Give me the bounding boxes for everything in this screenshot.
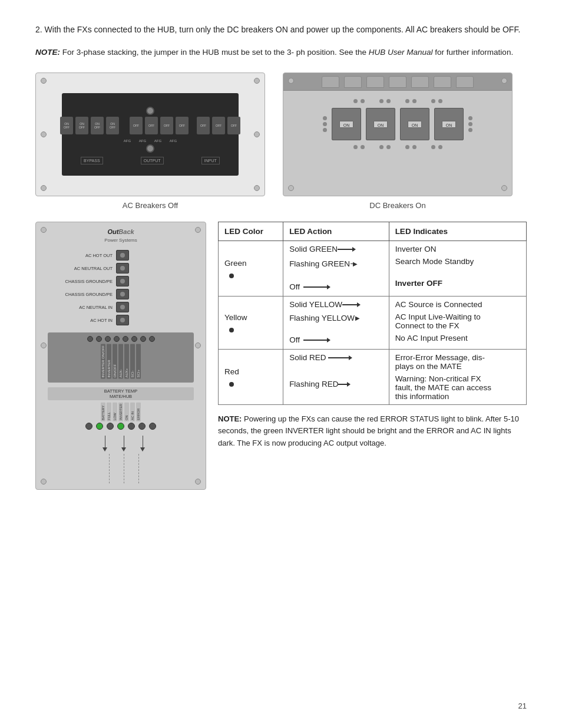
breaker-7: OFF: [160, 117, 173, 134]
arrow-head-3: [140, 447, 145, 452]
dc-dot-b5: [405, 145, 409, 149]
led-4: [114, 336, 120, 342]
dc-dots-bottom: [353, 145, 442, 149]
status-led-3: [107, 423, 114, 430]
green-indicates-1: Inverter ON: [395, 245, 520, 253]
dc-dot-4: [386, 99, 391, 103]
fx-terminal-2: AC NEUTRAL OUT: [54, 263, 188, 274]
green-action-label-2: Flashing GREEN: [289, 259, 350, 268]
breaker-6: OFF: [145, 117, 158, 134]
terminal-block-5: [116, 302, 129, 312]
dc-dot-b6: [412, 145, 416, 149]
green-arrow-2: ▶: [351, 261, 358, 267]
dc-breaker-unit-4: ON: [434, 108, 464, 140]
dc-dot-r1: [468, 116, 472, 120]
arrow-line-1: [105, 436, 105, 447]
green-action-label-3: Off: [289, 282, 300, 291]
screw-bl: [41, 185, 47, 191]
status-led-1: [85, 423, 92, 430]
dc-tab-7: [456, 76, 474, 88]
dc-switch-4: ON: [442, 121, 456, 128]
note-italic: HUB User Manual: [369, 48, 433, 57]
label-input: INPUT: [201, 157, 220, 164]
arrow-3: [140, 436, 145, 452]
green-action-2: Flashing GREEN ▶: [289, 259, 383, 268]
screw-tl: [41, 78, 47, 84]
dc-dot-l2: [323, 122, 327, 126]
vert-label-2: INVERTER: [107, 344, 111, 379]
breaker-2: ONOFF: [75, 117, 88, 134]
yellow-arrow-3: [303, 338, 330, 342]
red-color-content: Red: [224, 367, 277, 387]
col-header-indicates: LED Indicates: [389, 222, 526, 241]
dc-dot-b3: [379, 145, 384, 149]
yellow-action-3: Off: [289, 335, 383, 344]
fx-screw-bl: [41, 479, 47, 485]
terminal-dot-4: [120, 292, 125, 297]
led-table: LED Color LED Action LED Indicates Green: [218, 222, 527, 405]
dc-dot-3: [379, 99, 384, 103]
dc-dot-7: [431, 99, 435, 103]
fx-terminal-3: CHASSIS GROUND/PE: [54, 276, 188, 286]
breaker-9: OFF: [197, 117, 210, 134]
led-table-section: LED Color LED Action LED Indicates Green: [218, 222, 527, 449]
brand-back: Back: [118, 228, 134, 235]
yellow-indicates-1: AC Source is Connected: [395, 300, 520, 309]
indicates-cell-green: Inverter ON Search Mode Standby Inverter…: [389, 241, 526, 297]
knob-bottom: [146, 144, 154, 153]
yellow-color-content: Yellow: [224, 313, 277, 332]
dotted-line-2: [124, 454, 124, 483]
status-label-3: LOW: [113, 403, 117, 421]
yellow-actions: Solid YELLOW Flashing YELLOW ▶: [289, 300, 383, 345]
status-led-6: [138, 423, 146, 430]
terminal-dot-2: [120, 266, 125, 271]
dc-breaker-unit-1: ON: [332, 108, 361, 140]
color-label-green: Green: [224, 259, 247, 268]
terminal-block-3: [116, 276, 129, 286]
status-led-4: [117, 423, 124, 430]
red-action-1: Solid RED: [289, 353, 383, 362]
vert-label-5: AUX+: [124, 344, 129, 379]
dc-dots-top: [353, 99, 442, 103]
green-color-content: Green: [224, 259, 277, 278]
color-cell-red: Red: [219, 350, 283, 405]
terminal-dot-5: [120, 305, 125, 309]
color-label-red: Red: [224, 367, 239, 376]
col-header-action: LED Action: [283, 222, 389, 241]
action-cell-red: Solid RED Flashing RED: [283, 350, 389, 405]
dc-right-dots: [468, 116, 472, 132]
red-spacer: [289, 367, 383, 376]
dc-top-strip: [283, 73, 512, 91]
yellow-action-label-3: Off: [289, 335, 300, 344]
status-label-1: BATTERY: [101, 403, 105, 421]
arrow-head-1: [103, 447, 107, 452]
red-indicates: Error-Error Message, dis-plays on the MA…: [395, 353, 520, 401]
terminal-dot-6: [120, 318, 125, 322]
fx-terminals: AC HOT OUT AC NEUTRAL OUT CHASSIS GROUND…: [36, 248, 206, 328]
yellow-indicates: AC Source is Connected AC Input Live-Wai…: [395, 300, 520, 342]
red-action-label-2: Flashing RED: [289, 380, 338, 388]
status-label-5: ON: [124, 403, 129, 421]
red-action-2: Flashing RED: [289, 380, 383, 388]
note-paragraph: NOTE: For 3-phase stacking, the jumper i…: [35, 47, 527, 58]
yellow-action-label-1: Solid YELLOW: [289, 300, 342, 309]
dc-breaker-unit-3: ON: [400, 108, 429, 140]
red-action-label-1: Solid RED: [289, 353, 326, 362]
fx-terminal-1: AC HOT OUT: [54, 250, 188, 261]
dc-breaker-unit-2: ON: [366, 108, 395, 140]
green-indicates: Inverter ON Search Mode Standby Inverter…: [395, 245, 520, 288]
dc-screw-bl: [288, 185, 294, 191]
table-row-green: Green Solid GREEN: [219, 241, 527, 297]
ac-panel-container: ONOFF ONOFF ONOFF ONOFF OFF OFF OFF OFF …: [35, 73, 265, 210]
terminal-block-2: [116, 263, 129, 274]
breaker-3: ONOFF: [91, 117, 104, 134]
terminal-label-3: CHASSIS GROUND/PE: [54, 279, 113, 284]
second-section: OutBack Power Systems AC HOT OUT AC NEUT…: [35, 222, 527, 489]
dc-panel-container: ON ON ON ON: [283, 73, 513, 210]
yellow-action-2: Flashing YELLOW ▶: [289, 314, 383, 322]
dc-dot-2: [361, 99, 365, 103]
arrow-1: [103, 436, 107, 452]
green-indicates-3: Inverter OFF: [395, 279, 520, 288]
dc-tab-2: [344, 76, 362, 88]
dc-left-dots: [323, 116, 327, 132]
